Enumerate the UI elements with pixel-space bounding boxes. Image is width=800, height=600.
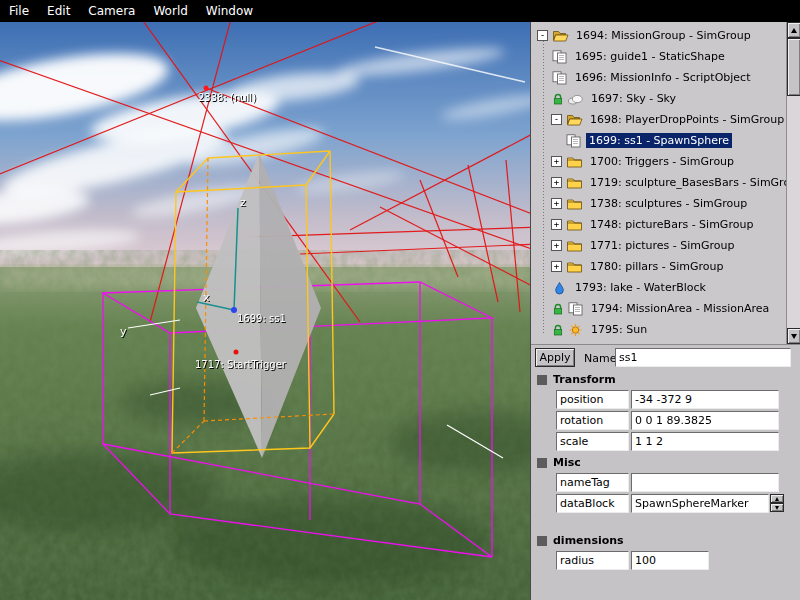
object-inspector: Apply Name: Transform position rotation … <box>531 344 800 600</box>
tree-item-playerdroppoints[interactable]: - 1698: PlayerDropPoints - SimGroup <box>531 109 785 130</box>
expand-icon[interactable]: + <box>551 261 562 272</box>
pages-icon <box>567 302 584 316</box>
tree-item-ss1-selected[interactable]: 1699: ss1 - SpawnSphere <box>531 130 785 151</box>
pages-icon <box>565 134 582 148</box>
3d-viewport[interactable]: 2338: (null) 1699: ss1 1717: StartTrigge… <box>0 22 530 600</box>
section-title: Misc <box>553 456 581 469</box>
arrow-down-icon <box>775 506 779 510</box>
field-label: nameTag <box>556 473 629 492</box>
tree-item-pictures[interactable]: + 1771: pictures - SimGroup <box>531 235 785 256</box>
menu-window[interactable]: Window <box>197 4 262 18</box>
nametag-input[interactable] <box>631 473 779 492</box>
radius-input[interactable] <box>631 551 709 570</box>
starttrigger-object-dot[interactable] <box>234 350 239 355</box>
cloud-icon <box>567 92 584 106</box>
section-bullet-icon <box>537 375 547 385</box>
collapse-icon[interactable]: - <box>551 114 562 125</box>
folder-icon <box>566 260 583 274</box>
tree-item-label: 1695: guide1 - StaticShape <box>572 49 728 64</box>
datablock-input[interactable] <box>631 494 769 513</box>
tree-item-sculpture-basesbars[interactable]: + 1719: sculpture_BasesBars - SimGroup <box>531 172 785 193</box>
folder-icon <box>566 176 583 190</box>
scene-render <box>0 22 530 600</box>
tree-item-label: 1697: Sky - Sky <box>588 91 679 106</box>
apply-button[interactable]: Apply <box>535 348 575 367</box>
tree-item-label: 1698: PlayerDropPoints - SimGroup <box>587 112 787 127</box>
folder-icon <box>566 155 583 169</box>
tree-item-sculptures[interactable]: + 1738: sculptures - SimGroup <box>531 193 785 214</box>
folder-open-icon <box>566 113 583 127</box>
section-bullet-icon <box>537 458 547 468</box>
collapse-icon[interactable]: - <box>537 30 548 41</box>
expand-icon[interactable]: + <box>551 156 562 167</box>
field-row-nametag: nameTag <box>531 473 800 493</box>
pages-icon <box>551 71 568 85</box>
field-label: dataBlock <box>556 494 629 513</box>
datablock-spinner[interactable] <box>770 494 784 513</box>
tree-item-missionarea[interactable]: 1794: MissionArea - MissionArea <box>531 298 785 319</box>
editor-right-panel: - 1694: MissionGroup - SimGroup 1695: gu… <box>530 22 800 600</box>
tree-item-picturebars[interactable]: + 1748: pictureBars - SimGroup <box>531 214 785 235</box>
tree-scrollbar[interactable] <box>786 22 800 344</box>
lock-icon <box>551 323 565 337</box>
expand-icon[interactable]: + <box>551 198 562 209</box>
tree-item-lake[interactable]: 1793: lake - WaterBlock <box>531 277 785 298</box>
tree-item-missiongroup[interactable]: - 1694: MissionGroup - SimGroup <box>531 25 785 46</box>
tree-item-sun[interactable]: 1795: Sun <box>531 319 785 340</box>
arrow-up-icon <box>791 28 797 33</box>
lock-icon <box>551 92 565 106</box>
spinner-up-button[interactable] <box>770 494 784 503</box>
field-label: position <box>556 390 629 409</box>
tree-item-label: 1699: ss1 - SpawnSphere <box>586 133 732 148</box>
menu-edit[interactable]: Edit <box>38 4 79 18</box>
menu-camera[interactable]: Camera <box>79 4 144 18</box>
folder-open-icon <box>552 29 569 43</box>
scale-input[interactable] <box>631 432 779 451</box>
tree-item-guide1[interactable]: 1695: guide1 - StaticShape <box>531 46 785 67</box>
section-transform[interactable]: Transform <box>531 372 800 389</box>
menu-file[interactable]: File <box>0 4 38 18</box>
field-label: scale <box>556 432 629 451</box>
tree-item-label: 1780: pillars - SimGroup <box>587 259 727 274</box>
y-axis-label: y <box>120 326 127 337</box>
tree-item-triggers[interactable]: + 1700: Triggers - SimGroup <box>531 151 785 172</box>
scroll-down-button[interactable] <box>787 328 800 344</box>
tree-item-pillars[interactable]: + 1780: pillars - SimGroup <box>531 256 785 277</box>
tree-item-label: 1795: Sun <box>588 322 650 337</box>
section-title: dimensions <box>553 534 624 547</box>
tree-item-label: 1696: MissionInfo - ScriptObject <box>572 70 753 85</box>
rotation-input[interactable] <box>631 411 779 430</box>
null-object-dot[interactable] <box>204 86 209 91</box>
tree-item-label: 1771: pictures - SimGroup <box>587 238 738 253</box>
field-row-scale: scale <box>531 432 800 452</box>
section-title: Transform <box>553 373 616 386</box>
scene-tree: - 1694: MissionGroup - SimGroup 1695: gu… <box>531 22 800 344</box>
expand-icon[interactable]: + <box>551 219 562 230</box>
field-row-rotation: rotation <box>531 411 800 431</box>
tree-item-label: 1694: MissionGroup - SimGroup <box>573 28 754 43</box>
section-bullet-icon <box>537 536 547 546</box>
arrow-up-icon <box>775 497 779 501</box>
scroll-thumb[interactable] <box>787 38 800 96</box>
section-dimensions[interactable]: dimensions <box>531 533 800 550</box>
tree-item-missioninfo[interactable]: 1696: MissionInfo - ScriptObject <box>531 67 785 88</box>
section-misc[interactable]: Misc <box>531 455 800 472</box>
pages-icon <box>551 50 568 64</box>
scroll-up-button[interactable] <box>787 22 800 38</box>
object-label-starttrigger: 1717: StartTrigger <box>195 359 286 370</box>
spinner-down-button[interactable] <box>770 503 784 512</box>
z-axis-label: z <box>240 197 246 208</box>
field-row-datablock: dataBlock <box>531 494 800 514</box>
name-input[interactable] <box>615 348 791 367</box>
tree-item-label: 1748: pictureBars - SimGroup <box>587 217 756 232</box>
object-label-null: 2338: (null) <box>198 92 256 103</box>
field-row-position: position <box>531 390 800 410</box>
expand-icon[interactable]: + <box>551 240 562 251</box>
folder-icon <box>566 218 583 232</box>
expand-icon[interactable]: + <box>551 177 562 188</box>
menu-world[interactable]: World <box>144 4 196 18</box>
position-input[interactable] <box>631 390 779 409</box>
field-row-radius: radius <box>531 551 800 571</box>
tree-item-sky[interactable]: 1697: Sky - Sky <box>531 88 785 109</box>
object-label-ss1: 1699: ss1 <box>237 313 286 324</box>
